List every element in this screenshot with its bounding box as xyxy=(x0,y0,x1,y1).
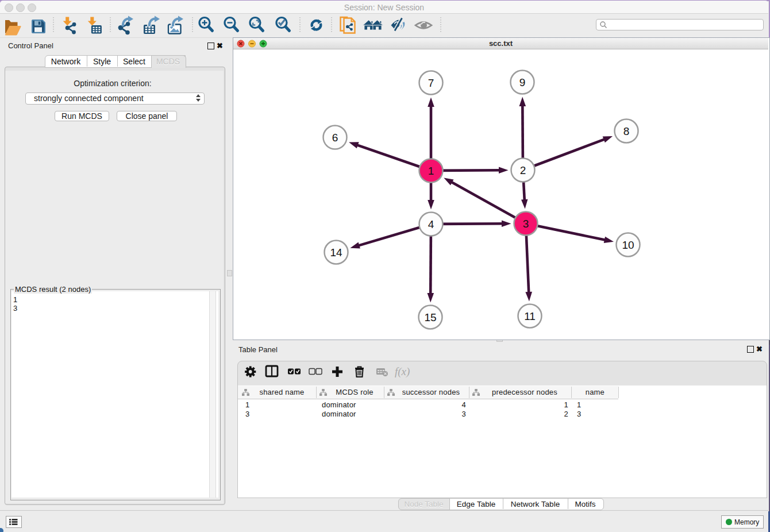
svg-text:7: 7 xyxy=(428,77,434,89)
svg-text:10: 10 xyxy=(622,239,634,251)
svg-text:4: 4 xyxy=(428,218,434,230)
svg-text:2: 2 xyxy=(520,164,526,176)
svg-text:6: 6 xyxy=(332,132,338,144)
svg-text:15: 15 xyxy=(424,311,436,323)
svg-text:9: 9 xyxy=(519,76,526,88)
svg-text:8: 8 xyxy=(623,125,630,137)
svg-text:3: 3 xyxy=(523,218,529,230)
svg-text:f(x): f(x) xyxy=(395,365,410,378)
svg-text:11: 11 xyxy=(524,310,536,322)
svg-text:14: 14 xyxy=(330,246,342,259)
svg-text:1: 1 xyxy=(428,165,434,177)
